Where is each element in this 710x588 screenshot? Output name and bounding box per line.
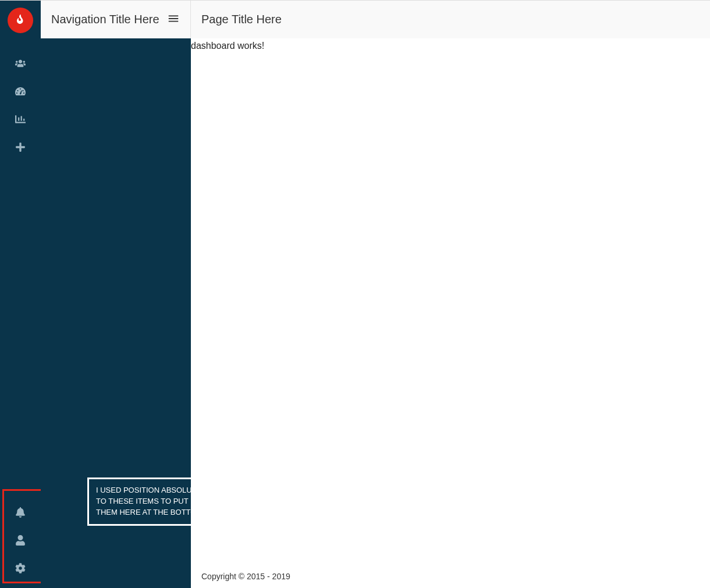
sidebar-item-dashboard[interactable] bbox=[0, 79, 41, 106]
plus-icon bbox=[15, 142, 26, 155]
footer: Copyright © 2015 - 2019 bbox=[191, 565, 710, 588]
content-header: Page Title Here bbox=[191, 1, 710, 38]
body-text: dashboard works! bbox=[191, 38, 710, 54]
nav-header: Navigation Title Here bbox=[41, 1, 191, 38]
sidebar-top-list bbox=[0, 40, 41, 162]
logo[interactable] bbox=[8, 8, 33, 33]
sidebar-item-add[interactable] bbox=[0, 134, 41, 162]
user-icon bbox=[15, 535, 26, 548]
fire-icon bbox=[16, 15, 25, 26]
sidebar-item-settings[interactable] bbox=[2, 555, 38, 583]
dashboard-icon bbox=[15, 86, 26, 99]
sidebar-item-profile[interactable] bbox=[2, 528, 38, 555]
sidebar-bottom-list bbox=[2, 500, 38, 583]
icon-sidebar bbox=[0, 1, 41, 588]
content-area: Page Title Here dashboard works! Copyrig… bbox=[191, 1, 710, 588]
content-body: dashboard works! bbox=[191, 38, 710, 565]
page-title: Page Title Here bbox=[201, 13, 282, 26]
chart-icon bbox=[15, 114, 26, 127]
app-root: Navigation Title Here I USED POSITION AB… bbox=[0, 0, 710, 588]
sidebar-item-notifications[interactable] bbox=[2, 500, 38, 528]
sidebar-item-chart[interactable] bbox=[0, 106, 41, 134]
footer-text: Copyright © 2015 - 2019 bbox=[201, 572, 290, 581]
sidebar-item-users[interactable] bbox=[0, 51, 41, 79]
nav-title: Navigation Title Here bbox=[51, 13, 159, 26]
main-sidebar: Navigation Title Here I USED POSITION AB… bbox=[41, 1, 191, 588]
gear-icon bbox=[15, 563, 26, 576]
users-icon bbox=[15, 58, 26, 71]
bell-icon bbox=[15, 507, 26, 520]
hamburger-icon[interactable] bbox=[167, 12, 180, 27]
